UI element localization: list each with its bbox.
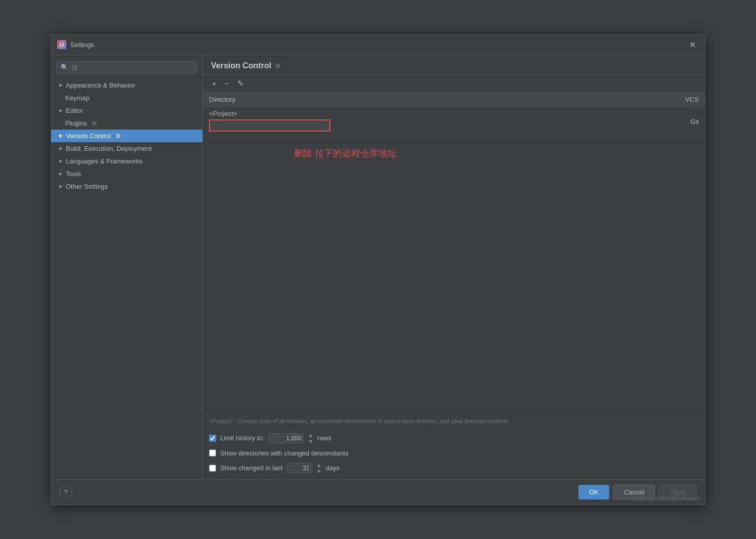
table-cell-vcs: Git <box>664 106 705 137</box>
table-cell-directory: <Project> <box>203 106 664 137</box>
footer-left: ? <box>59 485 574 499</box>
table-area: Directory VCS <Project> Git <box>203 93 705 414</box>
sidebar: 🔍 ▶ Appearance & Behavior Keymap ▶ Edito… <box>51 55 203 479</box>
sidebar-label: Appearance & Behavior <box>66 81 135 89</box>
limit-history-input[interactable] <box>268 433 304 443</box>
sidebar-label: Other Settings <box>66 183 108 190</box>
sidebar-item-languages[interactable]: ▶ Languages & Frameworks <box>51 155 202 168</box>
search-box[interactable]: 🔍 <box>56 61 197 74</box>
sidebar-item-tools[interactable]: ▶ Tools <box>51 168 202 180</box>
show-changed-row: Show directories with changed descendant… <box>209 449 699 457</box>
annotation-text: 删除 拉下的远程仓库地址 <box>294 147 705 159</box>
limit-history-label: Limit history to: <box>220 434 264 442</box>
col-header-vcs: VCS <box>664 93 705 107</box>
app-icon: IJ <box>57 40 66 49</box>
table-header-row: Directory VCS <box>203 93 705 107</box>
arrow-icon: ▶ <box>59 184 63 189</box>
toolbar: + − ✎ <box>203 75 705 93</box>
version-control-icon: ⊞ <box>116 133 120 139</box>
show-in-last-label: Show changed in last <box>220 464 283 472</box>
sidebar-label: Plugins <box>65 119 87 127</box>
ok-button[interactable]: OK <box>578 485 609 500</box>
arrow-icon: ▶ <box>59 171 63 176</box>
sidebar-label: Keymap <box>65 94 90 102</box>
remove-button[interactable]: − <box>222 78 232 89</box>
arrow-icon: ▶ <box>59 108 63 113</box>
rows-label: rows <box>317 434 331 442</box>
sidebar-label: Version Control <box>66 132 111 140</box>
sidebar-item-editor[interactable]: ▶ Editor <box>51 104 202 117</box>
edit-button[interactable]: ✎ <box>234 78 247 89</box>
days-label: days <box>325 464 339 472</box>
show-changed-checkbox[interactable] <box>209 449 216 457</box>
arrow-icon: ▶ <box>59 133 63 138</box>
sidebar-label: Build, Execution, Deployment <box>66 145 152 152</box>
footer-info: <Project> - Content roots of all modules… <box>203 414 705 427</box>
limit-history-row: Limit history to: ▲▼ rows <box>209 432 699 444</box>
sidebar-item-appearance[interactable]: ▶ Appearance & Behavior <box>51 79 202 92</box>
options-area: Limit history to: ▲▼ rows Show directori… <box>203 427 705 479</box>
sidebar-label: Tools <box>66 170 81 178</box>
sidebar-item-version-control[interactable]: ▶ Version Control ⊞ <box>51 130 202 142</box>
arrow-icon: ▶ <box>59 158 63 163</box>
sidebar-item-keymap[interactable]: Keymap <box>51 92 202 104</box>
version-control-table: Directory VCS <Project> Git <box>203 93 705 137</box>
limit-history-checkbox[interactable] <box>209 435 216 442</box>
plugins-icon: ⊞ <box>92 120 97 127</box>
search-icon: 🔍 <box>61 64 68 71</box>
panel-header-icon: ⊞ <box>275 62 280 69</box>
spinbox-arrows: ▲▼ <box>308 432 313 444</box>
sidebar-item-build[interactable]: ▶ Build, Execution, Deployment <box>51 142 202 155</box>
table-row[interactable]: <Project> Git <box>203 106 705 137</box>
settings-dialog: IJ Settings ✕ 🔍 ▶ Appearance & Behavior … <box>51 34 705 505</box>
panel-title: Version Control <box>211 61 271 70</box>
sidebar-item-plugins[interactable]: Plugins ⊞ <box>51 117 202 130</box>
main-panel: Version Control ⊞ + − ✎ Directory VCS <box>203 55 705 479</box>
title-bar: IJ Settings ✕ <box>51 35 705 55</box>
dialog-footer: ? OK Cancel Apply <box>51 479 705 505</box>
directory-input[interactable] <box>209 119 330 132</box>
show-in-last-checkbox[interactable] <box>209 465 216 472</box>
watermark: CSDN @加把劲骑士RideOn <box>631 495 701 503</box>
panel-header: Version Control ⊞ <box>203 55 705 75</box>
arrow-icon: ▶ <box>59 82 63 88</box>
title-bar-left: IJ Settings <box>57 40 94 49</box>
sidebar-item-other[interactable]: ▶ Other Settings <box>51 180 202 193</box>
help-button[interactable]: ? <box>59 485 72 499</box>
show-in-last-row: Show changed in last ▲▼ days <box>209 462 699 474</box>
sidebar-label: Languages & Frameworks <box>66 157 143 165</box>
close-button[interactable]: ✕ <box>686 39 699 51</box>
dialog-title: Settings <box>70 41 94 49</box>
search-input[interactable] <box>71 64 193 71</box>
spinbox-arrows-2: ▲▼ <box>316 462 322 474</box>
arrow-icon: ▶ <box>59 146 63 151</box>
col-header-directory: Directory <box>203 93 664 107</box>
show-changed-label: Show directories with changed descendant… <box>220 449 349 457</box>
show-in-last-input[interactable] <box>287 463 312 473</box>
content-area: 🔍 ▶ Appearance & Behavior Keymap ▶ Edito… <box>51 55 705 479</box>
add-button[interactable]: + <box>209 78 220 89</box>
sidebar-label: Editor <box>66 107 83 114</box>
